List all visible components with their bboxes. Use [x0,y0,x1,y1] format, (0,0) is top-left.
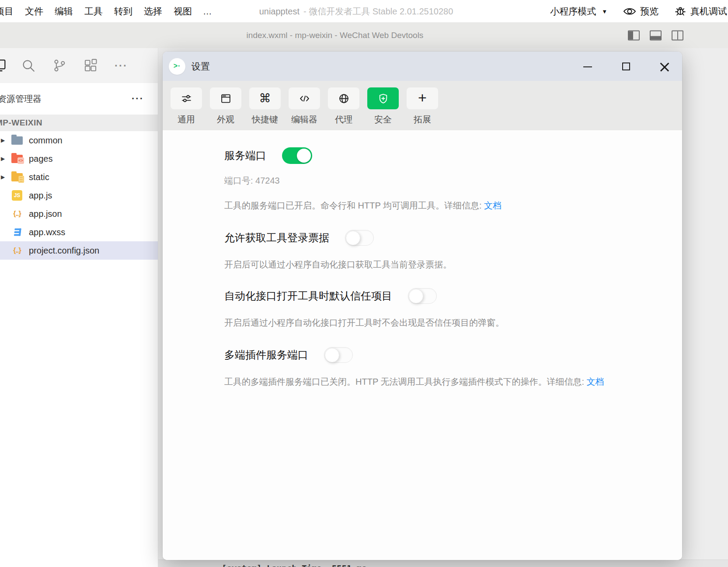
toggle-bottom-panel-icon[interactable] [650,31,662,41]
toggle-split-editor-icon[interactable] [672,31,683,41]
menu-item-file[interactable]: 文件 [19,5,49,17]
tree-item-app-wxss[interactable]: app.wxss [0,223,158,241]
sliders-icon [181,93,192,104]
tab-label: 外观 [208,114,243,125]
explorer-header: 资源管理器 ··· [0,83,158,115]
auto-trust-title: 自动化接口打开工具时默认信任项目 [224,289,392,303]
login-ticket-title: 允许获取工具登录票据 [224,231,329,245]
multi-plugin-port-toggle[interactable] [324,347,353,363]
tab-editor[interactable]: 编辑器 [287,87,322,125]
menu-item-edit[interactable]: 编辑 [49,5,79,17]
project-section-label: MP-WEIXIN [0,118,42,128]
tree-item-project-config-json[interactable]: project.config.json [0,241,158,260]
tab-label: 编辑器 [287,114,322,125]
tree-item-pages[interactable]: ▶ <> pages [0,150,158,168]
remote-debug-label: 真机调试 [690,5,727,17]
bug-icon [674,5,686,17]
menu-right-actions: 小程序模式 ▼ 预览 真机调试 [550,0,727,23]
extensions-icon[interactable] [83,58,98,73]
tab-shortcuts[interactable]: ⌘ 快捷键 [247,87,282,125]
globe-icon [338,93,350,104]
tab-security[interactable]: 安全 [366,87,401,125]
chevron-right-icon: ▶ [0,137,10,143]
search-icon[interactable] [21,58,36,73]
menu-item-tools[interactable]: 工具 [79,5,108,17]
explorer-more-icon[interactable]: ··· [132,93,144,104]
auto-trust-desc: 开启后通过小程序自动化接口打开工具时不会出现是否信任项目的弹窗。 [224,317,666,329]
close-icon[interactable] [659,61,670,72]
tab-proxy[interactable]: 代理 [326,87,361,125]
app-version-title: - 微信开发者工具 Stable 2.01.2510280 [303,6,453,17]
window-controls [582,61,670,72]
menu-item-goto[interactable]: 转到 [108,5,138,17]
service-port-title: 服务端口 [224,149,266,163]
auto-trust-toggle[interactable] [408,288,437,304]
settings-dialog-titlebar: 设置 [163,52,682,81]
tree-item-app-json[interactable]: app.json [0,205,158,223]
tree-item-static[interactable]: ▶ static [0,168,158,186]
more-actions-icon[interactable]: ··· [115,59,128,72]
tab-general[interactable]: 通用 [169,87,204,125]
console-footer-strip: [system] Launch Time: 5551 ms [158,560,728,567]
chevron-right-icon: ▶ [0,174,10,180]
json-file-icon [10,208,24,220]
login-ticket-desc: 开启后可以通过小程序自动化接口获取工具当前登录票据。 [224,259,666,271]
login-ticket-toggle[interactable] [345,230,374,246]
panel-layout-toggles [628,31,683,41]
preview-button-label: 预览 [640,5,658,17]
tree-item-app-js[interactable]: JS app.js [0,186,158,205]
tab-label: 安全 [366,114,401,125]
settings-dialog: 设置 通用 外观 ⌘ 快捷键 编辑器 [163,52,682,560]
menu-item-project[interactable]: 项目 [0,5,19,17]
remote-debug-button[interactable]: 真机调试 [674,5,727,17]
devtools-logo-icon [169,58,185,75]
tree-item-label: app.json [29,209,62,219]
mode-dropdown-label: 小程序模式 [550,5,596,17]
tree-item-common[interactable]: ▶ common [0,131,158,150]
files-icon[interactable] [0,59,8,73]
multi-plugin-port-title: 多端插件服务端口 [224,348,308,362]
folder-common-icon [10,134,24,146]
menu-items: 项目 文件 编辑 工具 转到 选择 视图 ... [0,0,218,23]
doc-link[interactable]: 文档 [484,201,502,210]
settings-security-panel: 服务端口 端口号: 47243 工具的服务端口已开启。命令行和 HTTP 均可调… [163,130,682,560]
preview-button[interactable]: 预览 [623,5,658,17]
menu-item-more[interactable]: ... [198,7,218,17]
tree-item-label: static [29,172,49,182]
multi-plugin-port-desc: 工具的多端插件服务端口已关闭。HTTP 无法调用工具执行多端插件模式下的操作。详… [224,376,666,388]
menu-item-select[interactable]: 选择 [138,5,168,17]
tab-extensions[interactable]: + 拓展 [405,87,440,125]
desc-text: 工具的多端插件服务端口已关闭。HTTP 无法调用工具执行多端插件模式下的操作。详… [224,377,587,386]
service-port-toggle[interactable] [282,147,312,164]
project-name-title: uniapptest [259,7,300,17]
tab-label: 快捷键 [247,114,282,125]
tab-label: 拓展 [405,114,440,125]
project-section-header[interactable]: MP-WEIXIN [0,115,158,131]
plus-icon: + [418,90,427,105]
menu-item-view[interactable]: 视图 [168,5,198,17]
folder-pages-icon: <> [10,153,24,165]
source-control-icon[interactable] [52,58,67,73]
toggle-sidebar-icon[interactable] [628,31,640,41]
desc-text: 工具的服务端口已开启。命令行和 HTTP 均可调用工具。详细信息: [224,201,484,210]
chevron-right-icon: ▶ [0,156,10,162]
window-title-bar: index.wxml - mp-weixin - WeChat Web Devt… [0,23,728,48]
tree-item-label: app.wxss [29,227,65,237]
explorer-title: 资源管理器 [0,93,42,105]
window-title: index.wxml - mp-weixin - WeChat Web Devt… [247,31,424,40]
app-title: uniapptest - 微信开发者工具 Stable 2.01.2510280 [259,0,453,23]
app-menu-bar: 项目 文件 编辑 工具 转到 选择 视图 ... uniapptest - 微信… [0,0,728,23]
section-login-ticket: 允许获取工具登录票据 开启后可以通过小程序自动化接口获取工具当前登录票据。 [224,228,666,271]
js-file-icon: JS [10,189,24,202]
section-auto-trust: 自动化接口打开工具时默认信任项目 开启后通过小程序自动化接口打开工具时不会出现是… [224,286,666,329]
tab-label: 通用 [169,114,204,125]
doc-link[interactable]: 文档 [587,377,604,386]
activity-bar: ··· [0,48,158,83]
minimize-button[interactable] [582,61,593,72]
maximize-button[interactable] [621,61,631,72]
wxss-file-icon [10,226,24,238]
code-icon [299,93,310,104]
tab-appearance[interactable]: 外观 [208,87,243,125]
tree-item-label: pages [29,154,53,164]
mode-dropdown[interactable]: 小程序模式 ▼ [550,5,607,17]
